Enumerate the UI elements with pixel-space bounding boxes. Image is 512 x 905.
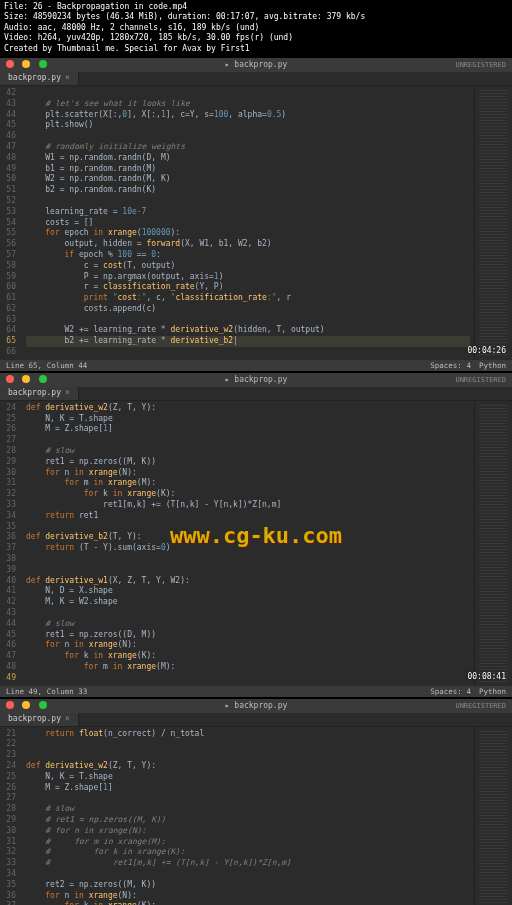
window-title: backprop.py xyxy=(234,375,287,384)
tab-bar[interactable]: backprop.py × xyxy=(0,387,512,401)
window-controls[interactable] xyxy=(6,701,50,711)
unregistered-label: UNREGISTERED xyxy=(455,699,506,713)
close-icon[interactable] xyxy=(6,375,14,383)
tab-backprop[interactable]: backprop.py × xyxy=(0,387,79,400)
code-editor[interactable]: # let's see what it looks like plt.scatt… xyxy=(22,86,474,360)
file-icon: ▸ xyxy=(225,701,230,710)
line-gutter: 4243444546474849505152535455565758596061… xyxy=(0,86,22,360)
media-info-header: File: 26 - Backpropagation in code.mp4 S… xyxy=(0,0,512,56)
window-titlebar: ▸ backprop.py UNREGISTERED xyxy=(0,373,512,387)
minimize-icon[interactable] xyxy=(22,60,30,68)
code-editor[interactable]: return float(n_correct) / n_total def de… xyxy=(22,727,474,905)
minimize-icon[interactable] xyxy=(22,375,30,383)
minimap[interactable] xyxy=(474,401,512,686)
window-titlebar: ▸ backprop.py UNREGISTERED xyxy=(0,699,512,713)
code-editor[interactable]: def derivative_w2(Z, T, Y): N, K = T.sha… xyxy=(22,401,474,686)
timestamp-overlay: 00:04:26 xyxy=(467,346,506,355)
maximize-icon[interactable] xyxy=(39,60,47,68)
cursor-position: Line 49, Column 33 xyxy=(6,687,87,696)
editor-panel-3: ▸ backprop.py UNREGISTERED backprop.py ×… xyxy=(0,699,512,905)
tab-label: backprop.py xyxy=(8,71,61,85)
line-gutter: 2122232425262728293031323334353637383940… xyxy=(0,727,22,905)
tab-bar[interactable]: backprop.py × xyxy=(0,72,512,86)
language-indicator[interactable]: Python xyxy=(479,687,506,696)
status-bar: Line 65, Column 44 Spaces: 4 Python xyxy=(0,360,512,371)
unregistered-label: UNREGISTERED xyxy=(455,58,506,72)
maximize-icon[interactable] xyxy=(39,375,47,383)
close-icon[interactable] xyxy=(6,701,14,709)
window-title: backprop.py xyxy=(234,60,287,69)
tab-close-icon[interactable]: × xyxy=(65,386,70,400)
tab-label: backprop.py xyxy=(8,712,61,726)
file-icon: ▸ xyxy=(225,60,230,69)
minimap[interactable] xyxy=(474,727,512,905)
spaces-indicator[interactable]: Spaces: 4 xyxy=(430,687,471,696)
status-bar: Line 49, Column 33 Spaces: 4 Python xyxy=(0,686,512,697)
unregistered-label: UNREGISTERED xyxy=(455,373,506,387)
language-indicator[interactable]: Python xyxy=(479,361,506,370)
tab-backprop[interactable]: backprop.py × xyxy=(0,72,79,85)
spaces-indicator[interactable]: Spaces: 4 xyxy=(430,361,471,370)
tab-close-icon[interactable]: × xyxy=(65,71,70,85)
window-controls[interactable] xyxy=(6,375,50,385)
window-controls[interactable] xyxy=(6,60,50,70)
minimap[interactable] xyxy=(474,86,512,360)
maximize-icon[interactable] xyxy=(39,701,47,709)
file-icon: ▸ xyxy=(225,375,230,384)
window-title: backprop.py xyxy=(234,701,287,710)
tab-backprop[interactable]: backprop.py × xyxy=(0,713,79,726)
line-gutter: 2425262728293031323334353637383940414243… xyxy=(0,401,22,686)
tab-label: backprop.py xyxy=(8,386,61,400)
minimize-icon[interactable] xyxy=(22,701,30,709)
cursor-position: Line 65, Column 44 xyxy=(6,361,87,370)
tab-close-icon[interactable]: × xyxy=(65,712,70,726)
editor-panel-1: ▸ backprop.py UNREGISTERED backprop.py ×… xyxy=(0,58,512,371)
timestamp-overlay: 00:08:41 xyxy=(467,672,506,681)
tab-bar[interactable]: backprop.py × xyxy=(0,713,512,727)
window-titlebar: ▸ backprop.py UNREGISTERED xyxy=(0,58,512,72)
editor-panel-2: ▸ backprop.py UNREGISTERED backprop.py ×… xyxy=(0,373,512,697)
close-icon[interactable] xyxy=(6,60,14,68)
